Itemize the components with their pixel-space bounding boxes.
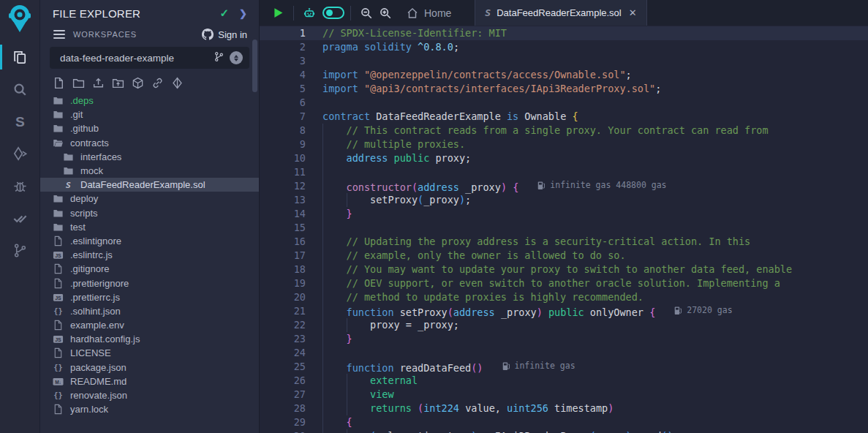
- code-line-5[interactable]: 5import "@api3/contracts/interfaces/IApi…: [260, 82, 868, 96]
- workspace-select[interactable]: data-feed-reader-example: [50, 47, 249, 69]
- activity-file-explorer-icon[interactable]: [0, 41, 40, 73]
- file-tree-item-test[interactable]: test: [40, 220, 259, 234]
- code-line-4[interactable]: 4import "@openzeppelin/contracts/access/…: [260, 68, 868, 82]
- file-tree-item-.github[interactable]: .github: [40, 121, 259, 135]
- line-number[interactable]: 21: [260, 304, 306, 318]
- file-tree-item-license[interactable]: LICENSE: [40, 346, 259, 360]
- code-editor[interactable]: 1// SPDX-License-Identifier: MIT2pragma …: [260, 26, 868, 433]
- file-tree-item-hardhat.config.js[interactable]: JShardhat.config.js: [40, 332, 259, 346]
- activity-debugger-icon[interactable]: [0, 170, 40, 202]
- line-number[interactable]: 24: [260, 346, 306, 360]
- file-tree-item-scripts[interactable]: scripts: [40, 206, 259, 220]
- file-tree-item-yarn.lock[interactable]: yarn.lock: [40, 402, 259, 416]
- activity-solidity-compiler-icon[interactable]: S: [0, 105, 40, 138]
- panel-scrollbar[interactable]: [252, 39, 257, 92]
- code-line-19[interactable]: 19 // OEV support, or even switch to ano…: [260, 276, 868, 290]
- code-line-18[interactable]: 18 // You may want to update your proxy …: [260, 263, 868, 276]
- accept-check-icon[interactable]: ✓: [220, 7, 230, 20]
- github-sign-in-button[interactable]: Sign in: [202, 29, 247, 40]
- code-line-23[interactable]: 23 }: [260, 332, 868, 346]
- code-line-11[interactable]: 11: [260, 165, 868, 179]
- line-number[interactable]: 13: [260, 193, 306, 207]
- file-tree-item-.prettierignore[interactable]: .prettierignore: [40, 276, 259, 290]
- code-line-13[interactable]: 13 setProxy(_proxy);: [260, 193, 868, 207]
- line-number[interactable]: 7: [260, 110, 306, 124]
- code-line-14[interactable]: 14 }: [260, 207, 868, 221]
- file-tree-item-package.json[interactable]: {}package.json: [40, 361, 259, 374]
- run-script-button[interactable]: [268, 4, 287, 23]
- line-number[interactable]: 30: [260, 429, 306, 433]
- line-number[interactable]: 23: [260, 332, 306, 346]
- line-number[interactable]: 16: [260, 235, 306, 249]
- code-line-17[interactable]: 17 // example, only the owner is allowed…: [260, 249, 868, 263]
- code-line-12[interactable]: 12 constructor(address _proxy) {infinite…: [260, 179, 868, 193]
- tab-datafeedreaderexample-sol[interactable]: S DataFeedReaderExample.sol ✕: [475, 0, 646, 26]
- new-folder-icon[interactable]: [72, 77, 85, 89]
- code-line-30[interactable]: 30 (value, timestamp) = IApi3ReaderProxy…: [260, 429, 868, 433]
- upload-file-icon[interactable]: [92, 77, 105, 89]
- line-number[interactable]: 11: [260, 165, 306, 179]
- file-tree-item-.prettierrc.js[interactable]: JS.prettierrc.js: [40, 290, 259, 304]
- workspace-dropdown-icon[interactable]: [230, 51, 243, 64]
- file-tree-item-.eslintrc.js[interactable]: JS.eslintrc.js: [40, 248, 259, 262]
- copilot-toggle[interactable]: [322, 7, 344, 19]
- file-tree-item-example.env[interactable]: example.env: [40, 318, 259, 332]
- line-number[interactable]: 1: [260, 26, 306, 40]
- line-number[interactable]: 28: [260, 402, 306, 415]
- tab-home[interactable]: Home: [407, 7, 451, 19]
- zoom-in-button[interactable]: [376, 4, 395, 23]
- code-line-22[interactable]: 22 proxy = _proxy;: [260, 318, 868, 332]
- line-number[interactable]: 8: [260, 124, 306, 138]
- solidity-import-icon[interactable]: [171, 77, 184, 89]
- file-tree-item-readme.md[interactable]: M↓README.md: [40, 374, 259, 388]
- line-number[interactable]: 10: [260, 151, 306, 165]
- code-line-3[interactable]: 3: [260, 54, 868, 68]
- remix-logo-icon[interactable]: [6, 3, 34, 35]
- zoom-out-button[interactable]: [357, 4, 376, 23]
- file-tree-item-interfaces[interactable]: interfaces: [40, 150, 259, 164]
- code-line-6[interactable]: 6: [260, 96, 868, 110]
- line-number[interactable]: 19: [260, 276, 306, 290]
- import-from-url-icon[interactable]: [151, 77, 164, 89]
- code-line-2[interactable]: 2pragma solidity ^0.8.0;: [260, 40, 868, 54]
- code-line-10[interactable]: 10 address public proxy;: [260, 151, 868, 165]
- code-line-24[interactable]: 24: [260, 346, 868, 360]
- line-number[interactable]: 6: [260, 96, 306, 110]
- line-number[interactable]: 15: [260, 221, 306, 235]
- code-line-28[interactable]: 28 returns (int224 value, uint256 timest…: [260, 402, 868, 415]
- code-line-25[interactable]: 25 function readDataFeed()infinite gas: [260, 360, 868, 374]
- line-number[interactable]: 14: [260, 207, 306, 221]
- activity-unit-testing-icon[interactable]: [0, 202, 40, 234]
- line-number[interactable]: 2: [260, 40, 306, 54]
- file-tree-item-.solhint.json[interactable]: {}.solhint.json: [40, 304, 259, 318]
- file-tree-item-.deps[interactable]: .deps: [40, 94, 259, 108]
- line-number[interactable]: 9: [260, 138, 306, 151]
- file-tree-item-.git[interactable]: .git: [40, 108, 259, 121]
- code-line-27[interactable]: 27 view: [260, 388, 868, 402]
- code-line-29[interactable]: 29 {: [260, 415, 868, 429]
- line-number[interactable]: 17: [260, 249, 306, 263]
- line-number[interactable]: 20: [260, 290, 306, 304]
- code-line-15[interactable]: 15: [260, 221, 868, 235]
- file-tree-item-datafeedreaderexample.sol[interactable]: SDataFeedReaderExample.sol: [40, 178, 259, 192]
- code-line-1[interactable]: 1// SPDX-License-Identifier: MIT: [260, 26, 868, 40]
- file-tree-item-contracts[interactable]: contracts: [40, 136, 259, 150]
- ai-copilot-icon[interactable]: [300, 4, 319, 23]
- collapse-chevron-icon[interactable]: ❯: [239, 8, 247, 19]
- line-number[interactable]: 18: [260, 263, 306, 276]
- new-file-icon[interactable]: [53, 77, 65, 89]
- load-module-icon[interactable]: [132, 77, 144, 89]
- line-number[interactable]: 3: [260, 54, 306, 68]
- upload-folder-icon[interactable]: [112, 77, 124, 89]
- line-number[interactable]: 5: [260, 82, 306, 96]
- file-tree-item-.eslintignore[interactable]: .eslintignore: [40, 234, 259, 248]
- code-line-21[interactable]: 21 function setProxy(address _proxy) pub…: [260, 304, 868, 318]
- code-line-8[interactable]: 8 // This contract reads from a single p…: [260, 124, 868, 138]
- file-tree-item-renovate.json[interactable]: {}renovate.json: [40, 388, 259, 402]
- code-line-20[interactable]: 20 // method to update proxies is highly…: [260, 290, 868, 304]
- close-tab-icon[interactable]: ✕: [629, 7, 637, 18]
- line-number[interactable]: 29: [260, 415, 306, 429]
- line-number[interactable]: 25: [260, 360, 306, 374]
- line-number[interactable]: 26: [260, 374, 306, 388]
- code-line-26[interactable]: 26 external: [260, 374, 868, 388]
